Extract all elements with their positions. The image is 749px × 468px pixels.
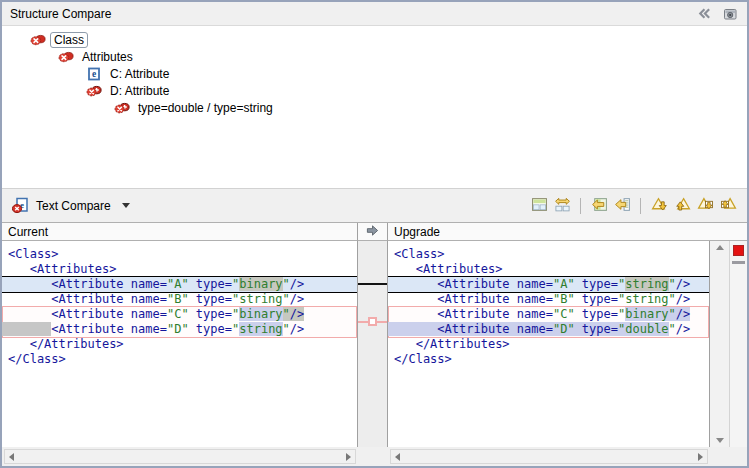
diff-connector-column (358, 241, 388, 447)
right-pane-title: Upgrade (394, 225, 440, 239)
diff-block: <Attribute name="C" type="binary"/> <Att… (2, 306, 357, 338)
left-pane-header: Current (2, 223, 358, 241)
copy-all-icon (591, 196, 608, 216)
code-line[interactable]: </Attributes> (388, 337, 709, 352)
scrollbar-corner (710, 447, 747, 466)
compare-editor-window: Structure Compare ClassAttributeseC: Att… (0, 0, 749, 468)
next-change-button[interactable] (696, 196, 715, 215)
code-line[interactable]: <Attribute name="D" type="string"/> (3, 322, 356, 337)
previous-difference-button[interactable] (673, 196, 692, 215)
tree-item-label: Class (50, 32, 88, 48)
prev-change-icon (720, 196, 737, 216)
diff-block: <Attribute name="C" type="binary"/> <Att… (388, 306, 709, 338)
vertical-scrollbar[interactable] (710, 241, 730, 447)
code-line[interactable]: </Attributes> (2, 337, 357, 352)
element-e-icon: e (86, 66, 102, 82)
right-code-area[interactable]: <Class> <Attributes> <Attribute name="A"… (388, 241, 710, 447)
tree-item-label: type=double / type=string (134, 100, 277, 116)
next-change-icon (697, 196, 714, 216)
tree-item-label: D: Attribute (106, 83, 173, 99)
structure-compare-tree: ClassAttributeseC: AttributeD: Attribute… (2, 27, 747, 188)
code-line[interactable]: </Class> (388, 352, 709, 367)
toolbar-separator (580, 198, 581, 214)
code-line[interactable]: <Class> (2, 247, 357, 262)
tree-item-type-double-type-string[interactable]: type=double / type=string (2, 99, 747, 116)
left-pane-title: Current (8, 225, 48, 239)
tree-item-c-attribute[interactable]: eC: Attribute (2, 65, 747, 82)
tree-item-label: C: Attribute (106, 66, 173, 82)
swap-panes-icon (554, 196, 571, 216)
svg-text:e: e (92, 69, 96, 79)
copy-all-right-to-left-button[interactable] (590, 196, 609, 215)
tree-item-class[interactable]: Class (2, 31, 747, 48)
scroll-right-icon[interactable] (698, 453, 703, 461)
left-horizontal-scrollbar[interactable] (4, 449, 356, 464)
text-compare-panes: Current Upgrade <Class> <Attributes> <At… (2, 222, 747, 466)
next-difference-button[interactable] (650, 196, 669, 215)
code-block: <Attribute name="B" type="string"/> (388, 292, 709, 307)
toolbar-separator (640, 198, 641, 214)
code-line[interactable]: <Attribute name="A" type="string"/> (388, 277, 709, 292)
code-block: </Attributes></Class> (388, 337, 709, 367)
center-header (358, 223, 388, 241)
selected-diff-connector (358, 283, 387, 285)
text-compare-title: Text Compare (36, 199, 111, 213)
swap-left-right-button[interactable] (553, 196, 572, 215)
next-diff-icon (651, 196, 668, 216)
code-line[interactable]: <Attributes> (2, 262, 357, 277)
code-line[interactable]: <Attribute name="B" type="string"/> (2, 292, 357, 307)
tree-item-attributes[interactable]: Attributes (2, 48, 747, 65)
code-block: </Attributes></Class> (2, 337, 357, 367)
tree-item-d-attribute[interactable]: D: Attribute (2, 82, 747, 99)
code-line[interactable]: <Attributes> (388, 262, 709, 277)
right-horizontal-scrollbar[interactable] (390, 449, 708, 464)
scroll-right-icon[interactable] (346, 453, 351, 461)
switch-pane-layout-button[interactable] (530, 196, 549, 215)
right-pane-bottom (388, 447, 710, 466)
scroll-down-icon[interactable] (716, 438, 724, 443)
direction-arrow-icon (365, 224, 380, 240)
code-line[interactable]: </Class> (2, 352, 357, 367)
code-line[interactable]: <Class> (388, 247, 709, 262)
change-add-icon (86, 83, 102, 99)
text-compare-buttons (526, 196, 738, 215)
overview-diff-marker[interactable] (733, 245, 744, 256)
chevron-down-icon (122, 203, 130, 208)
text-compare-toolbar: e Text Compare (2, 188, 747, 222)
code-block: <Class> <Attributes> (2, 247, 357, 277)
structure-header-buttons (695, 5, 739, 23)
selected-diff-block: <Attribute name="A" type="binary"/> (2, 276, 357, 293)
code-line[interactable]: <Attribute name="C" type="binary"/> (3, 307, 356, 322)
change-icon (30, 32, 46, 48)
code-block: <Attribute name="B" type="string"/> (2, 292, 357, 307)
overview-position-line (732, 261, 745, 264)
text-compare-icon: e (11, 197, 29, 215)
diff-connector-handle[interactable] (368, 317, 377, 326)
left-pane-bottom (2, 447, 358, 466)
right-pane-header: Upgrade (388, 223, 747, 241)
previous-change-button[interactable] (719, 196, 738, 215)
pane-layout-icon (531, 196, 548, 216)
text-compare-menu[interactable]: e Text Compare (11, 197, 130, 215)
scroll-left-icon[interactable] (9, 453, 14, 461)
left-code-area[interactable]: <Class> <Attributes> <Attribute name="A"… (2, 241, 358, 447)
change-add-icon (114, 100, 130, 116)
snapshot-button-camera-icon[interactable] (721, 5, 739, 23)
change-icon (58, 49, 74, 65)
selected-diff-block: <Attribute name="A" type="string"/> (388, 276, 709, 293)
code-line[interactable]: <Attribute name="B" type="string"/> (388, 292, 709, 307)
scroll-left-icon[interactable] (395, 453, 400, 461)
code-line[interactable]: <Attribute name="D" type="double"/> (389, 322, 708, 337)
copy-current-icon (614, 196, 631, 216)
code-line[interactable]: <Attribute name="A" type="binary"/> (2, 277, 357, 292)
copy-current-right-to-left-button[interactable] (613, 196, 632, 215)
collapse-button-chevrons-left-icon[interactable] (695, 5, 713, 23)
overview-ruler (730, 241, 747, 447)
structure-compare-header: Structure Compare (2, 2, 747, 26)
code-line[interactable]: <Attribute name="C" type="binary"/> (389, 307, 708, 322)
code-block: <Class> <Attributes> (388, 247, 709, 277)
scroll-up-icon[interactable] (716, 245, 724, 250)
center-bottom-gap (358, 447, 388, 466)
prev-diff-icon (674, 196, 691, 216)
structure-compare-title: Structure Compare (10, 7, 695, 21)
